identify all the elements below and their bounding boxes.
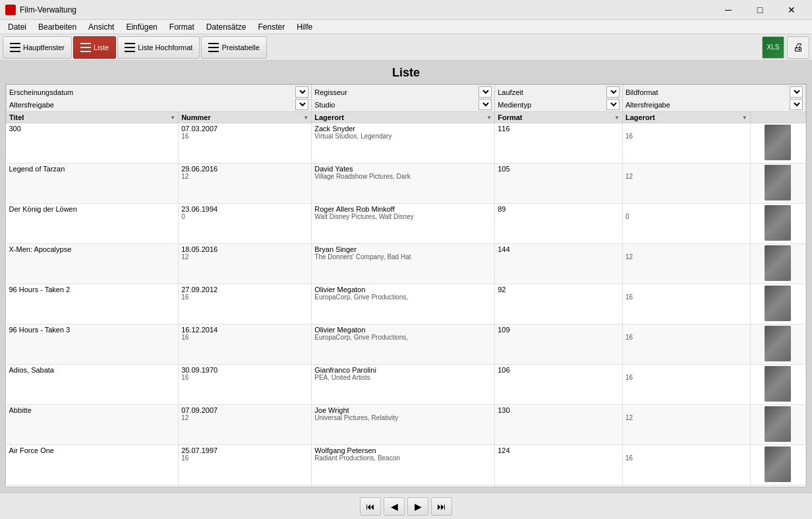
menu-datei[interactable]: Datei	[3, 21, 32, 33]
cell-format: 16	[622, 365, 750, 405]
table-container[interactable]: Erscheinungsdatum Altersfreigabe	[5, 84, 807, 487]
cell-date: 23.10.196012	[179, 485, 312, 488]
cell-title: Der König der Löwen	[7, 204, 179, 244]
cell-title: Air Force One	[7, 445, 179, 485]
nav-last-button[interactable]: ⏭	[431, 497, 452, 516]
filter-altersfreigabe[interactable]	[295, 99, 308, 110]
cell-format: 16	[622, 324, 750, 365]
col-nummer[interactable]: Nummer ▼	[179, 112, 312, 123]
cell-format: 16	[622, 284, 750, 324]
cell-poster	[750, 123, 805, 164]
menu-datensaetze[interactable]: Datensätze	[201, 21, 252, 33]
movie-poster	[765, 487, 791, 487]
maximize-button[interactable]: □	[745, 0, 775, 20]
filter-bildformat[interactable]	[790, 86, 803, 98]
table-row[interactable]: 96 Hours - Taken 227.09.201216Olivier Me…	[7, 284, 806, 324]
movie-poster	[765, 446, 791, 482]
nav-prev-button[interactable]: ◀	[384, 497, 405, 516]
toolbar-right-actions: XLS 🖨	[762, 36, 809, 59]
cell-title: 96 Hours - Taken 2	[7, 284, 179, 324]
menu-bearbeiten[interactable]: Bearbeiten	[33, 21, 82, 33]
cell-format: 16	[622, 445, 750, 485]
cell-duration: 105	[495, 164, 623, 204]
main-content: Liste Erscheinungsdatum Altersfreigabe	[0, 61, 812, 493]
home-icon	[10, 43, 20, 52]
col-lagerort2[interactable]: Lagerort ▼	[622, 112, 750, 123]
cell-title: Adios, Sabata	[7, 365, 179, 405]
menu-einfuegen[interactable]: Einfügen	[121, 21, 162, 33]
cell-title: 300	[7, 123, 179, 164]
filter-laufzeit[interactable]	[606, 86, 620, 98]
cell-duration: 92	[495, 284, 623, 324]
cell-duration: 144	[495, 244, 623, 284]
movie-poster	[765, 366, 791, 402]
toolbar-liste-hochformat[interactable]: Liste Hochformat	[117, 36, 200, 59]
nav-first-button[interactable]: ⏮	[360, 497, 381, 516]
menu-bar: Datei Bearbeiten Ansicht Einfügen Format…	[0, 20, 812, 34]
table-row[interactable]: Air Force One25.07.199716Wolfgang Peters…	[7, 445, 806, 485]
cell-duration: 109	[495, 324, 623, 365]
export-xls-button[interactable]: XLS	[762, 36, 784, 59]
movie-poster	[765, 165, 791, 200]
toolbar-hauptfenster-label: Hauptfenster	[23, 44, 65, 51]
table-row[interactable]: Abbitte07.09.200712Joe WrightUniversal P…	[7, 405, 806, 445]
minimize-button[interactable]: ─	[713, 0, 743, 20]
toolbar: Hauptfenster Liste Liste Hochformat Prei…	[0, 34, 812, 61]
filter-cell-date-age: Erscheinungsdatum Altersfreigabe	[7, 85, 312, 112]
column-headers: Titel ▼ Nummer ▼ Lagerort ▼	[7, 112, 806, 123]
nav-next-button[interactable]: ▶	[407, 497, 428, 516]
cell-director: Olivier MegatonEuropaCorp, Grive Product…	[312, 324, 495, 365]
app-icon	[5, 5, 16, 15]
price-table-icon	[208, 43, 219, 52]
cell-format: 12	[622, 485, 750, 488]
filter-studio[interactable]	[478, 99, 492, 110]
filter-cell-duration-media: Laufzeit Medientyp	[495, 85, 623, 112]
toolbar-liste-label: Liste	[94, 44, 109, 51]
toolbar-hauptfenster[interactable]: Hauptfenster	[3, 36, 72, 59]
cell-date: 18.05.201612	[179, 244, 312, 284]
col-poster	[750, 112, 805, 123]
nav-next-icon: ▶	[415, 501, 422, 512]
menu-format[interactable]: Format	[164, 21, 200, 33]
close-button[interactable]: ✕	[776, 0, 807, 20]
filter-altersfreigabe2[interactable]	[790, 99, 803, 110]
movie-poster	[765, 205, 791, 241]
cell-format: 0	[622, 204, 750, 244]
cell-date: 27.09.201216	[179, 284, 312, 324]
filter-regisseur[interactable]	[478, 86, 492, 98]
cell-date: 07.03.200716	[179, 123, 312, 164]
cell-poster	[750, 324, 805, 365]
toolbar-liste[interactable]: Liste	[73, 36, 116, 59]
table-row[interactable]: Der König der Löwen23.06.19940Roger Alle…	[7, 204, 806, 244]
cell-poster	[750, 365, 805, 405]
filter-row-1: Erscheinungsdatum Altersfreigabe	[7, 85, 806, 112]
filter-erscheinungsdatum[interactable]	[295, 86, 308, 98]
filter-cell-bildformat-altersfreigabe: Bildformat Altersfreigabe	[622, 85, 805, 112]
menu-ansicht[interactable]: Ansicht	[83, 21, 119, 33]
print-button[interactable]: 🖨	[787, 36, 809, 59]
col-titel[interactable]: Titel ▼	[7, 112, 179, 123]
cell-duration: 116	[495, 123, 623, 164]
table-row[interactable]: 96 Hours - Taken 316.12.201416Olivier Me…	[7, 324, 806, 365]
toolbar-preistabelle[interactable]: Preistabelle	[201, 36, 266, 59]
table-row[interactable]: Alamo23.10.196012John WayneUnited Artist…	[7, 485, 806, 488]
sort-lagerort2-icon: ▼	[742, 115, 747, 121]
cell-poster	[750, 405, 805, 445]
col-lagerort1[interactable]: Lagerort ▼	[312, 112, 495, 123]
col-format[interactable]: Format ▼	[495, 112, 623, 123]
table-row[interactable]: Adios, Sabata30.09.197016Gianfranco Paro…	[7, 365, 806, 405]
table-row[interactable]: 30007.03.200716Zack SnyderVirtual Studio…	[7, 123, 806, 164]
menu-hilfe[interactable]: Hilfe	[291, 21, 318, 33]
filter-medientyp[interactable]	[606, 99, 620, 110]
cell-date: 23.06.19940	[179, 204, 312, 244]
movie-poster	[765, 125, 791, 160]
cell-format: 12	[622, 244, 750, 284]
table-row[interactable]: X-Men: Apocalypse18.05.201612Bryan Singe…	[7, 244, 806, 284]
cell-director: David YatesVillage Roadshow Pictures, Da…	[312, 164, 495, 204]
menu-fenster[interactable]: Fenster	[253, 21, 291, 33]
movie-poster	[765, 406, 791, 442]
cell-date: 25.07.199716	[179, 445, 312, 485]
sort-nummer-icon: ▼	[303, 115, 308, 121]
title-bar: Film-Verwaltung ─ □ ✕	[0, 0, 812, 20]
table-row[interactable]: Legend of Tarzan29.06.201612David YatesV…	[7, 164, 806, 204]
